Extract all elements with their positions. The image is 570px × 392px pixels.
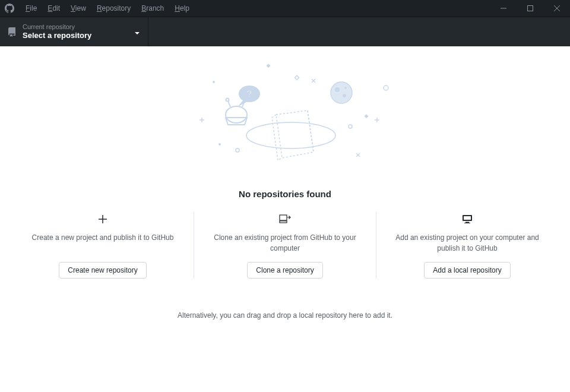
clone-repository-button[interactable]: Clone a repository (247, 262, 322, 279)
action-create-desc: Create a new project and publish it to G… (30, 232, 176, 254)
svg-rect-30 (466, 222, 469, 223)
drag-drop-hint: Alternatively, you can drag and drop a l… (178, 311, 392, 320)
svg-rect-31 (464, 223, 470, 223)
repo-selector-label: Current repository (23, 23, 91, 31)
svg-point-16 (213, 81, 215, 83)
main-content: ? (0, 46, 570, 392)
repository-selector[interactable]: Current repository Select a repository (0, 17, 148, 46)
window-controls (490, 0, 570, 17)
svg-point-8 (344, 87, 347, 89)
svg-point-17 (384, 86, 388, 90)
menu-file[interactable]: File (20, 0, 42, 17)
minimize-button[interactable] (490, 0, 517, 17)
menu-repository[interactable]: Repository (91, 0, 136, 17)
svg-point-4 (246, 122, 335, 148)
github-logo-icon (5, 4, 14, 13)
svg-point-18 (349, 125, 352, 128)
svg-rect-1 (527, 6, 533, 11)
svg-point-11 (226, 106, 247, 123)
computer-icon (394, 212, 540, 226)
add-local-repository-button[interactable]: Add a local repository (424, 262, 510, 279)
svg-point-7 (343, 94, 346, 97)
chevron-down-icon (135, 27, 140, 37)
svg-rect-22 (364, 114, 368, 118)
menu-view[interactable]: View (65, 0, 91, 17)
svg-text:?: ? (246, 89, 252, 99)
svg-rect-27 (280, 221, 287, 223)
menu-branch[interactable]: Branch (136, 0, 169, 17)
svg-rect-26 (280, 215, 287, 220)
action-clone-desc: Clone an existing project from GitHub to… (212, 232, 358, 254)
create-new-repository-button[interactable]: Create new repository (59, 262, 146, 279)
svg-point-5 (331, 82, 352, 103)
menu-edit[interactable]: Edit (42, 0, 65, 17)
menubar: File Edit View Repository Branch Help (0, 0, 570, 17)
maximize-button[interactable] (517, 0, 543, 17)
repo-icon (7, 27, 17, 37)
svg-rect-29 (464, 216, 471, 220)
svg-rect-23 (294, 75, 299, 80)
svg-point-6 (335, 87, 340, 92)
empty-state-heading: No repositories found (239, 189, 331, 199)
action-clone: Clone an existing project from GitHub to… (194, 212, 376, 279)
empty-state-illustration: ? (166, 58, 404, 177)
toolbar: Current repository Select a repository (0, 17, 570, 46)
clone-icon (212, 212, 358, 226)
action-columns: Create a new project and publish it to G… (12, 212, 558, 279)
svg-rect-21 (266, 64, 270, 68)
svg-point-13 (226, 99, 229, 102)
repo-selector-value: Select a repository (23, 31, 91, 41)
menu-help[interactable]: Help (169, 0, 195, 17)
action-add-desc: Add an existing project on your computer… (394, 232, 540, 254)
close-button[interactable] (543, 0, 570, 17)
action-add-local: Add an existing project on your computer… (376, 212, 558, 279)
svg-point-20 (236, 148, 239, 152)
svg-point-19 (218, 143, 221, 146)
plus-icon (30, 212, 176, 226)
action-create: Create a new project and publish it to G… (12, 212, 194, 279)
svg-line-12 (228, 101, 230, 107)
